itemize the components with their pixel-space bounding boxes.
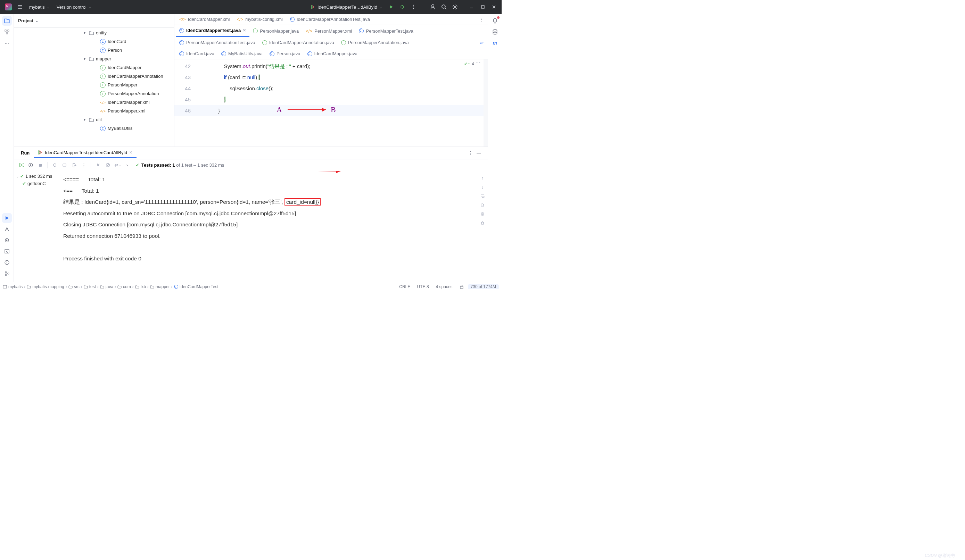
main-area: ⋯ Project⌄ ▾entity CIdenCard CPerson ▾ma…: [0, 14, 502, 282]
rerun-failed-icon[interactable]: [26, 161, 35, 170]
status-memory[interactable]: 730 of 1774M: [468, 284, 499, 289]
scroll-end-icon[interactable]: [479, 201, 486, 209]
tree-item[interactable]: CMyBatisUtils: [14, 124, 174, 132]
editor-tab[interactable]: CIdenCardMapperAnnotationTest.java: [286, 14, 373, 24]
code-editor[interactable]: 4243444546 System.out.println("结果是 : " +…: [174, 59, 488, 147]
maven-tool-icon[interactable]: m: [490, 38, 500, 48]
tree-item[interactable]: IIdenCardMapperAnnotation: [14, 72, 174, 80]
minimize-icon[interactable]: [467, 2, 477, 12]
vcs-dropdown[interactable]: Version control⌄: [54, 3, 94, 11]
tree-item[interactable]: CIdenCard: [14, 37, 174, 46]
scroll-up-icon[interactable]: ↑: [479, 174, 486, 181]
search-icon[interactable]: [439, 2, 449, 12]
rerun-icon[interactable]: [17, 161, 25, 170]
tree-item[interactable]: IIdenCardMapper: [14, 63, 174, 72]
filter-icon[interactable]: [103, 161, 112, 170]
close-tab-icon[interactable]: ✕: [243, 28, 246, 33]
tree-item[interactable]: ▾util: [14, 115, 174, 124]
test-root[interactable]: ⌄✔1 sec 332 ms: [14, 173, 59, 180]
exit-icon[interactable]: [70, 161, 78, 170]
run-more-actions-icon[interactable]: ⋮: [80, 161, 88, 170]
run-more-icon[interactable]: ⋮: [468, 150, 477, 155]
close-tab-icon[interactable]: ✕: [129, 150, 132, 155]
inspection-widget[interactable]: ✔⁼4 ˆ ˅: [464, 62, 481, 66]
hamburger-icon[interactable]: [15, 2, 25, 12]
svg-rect-12: [5, 250, 9, 253]
tabs-more-icon[interactable]: ⋮: [476, 17, 486, 22]
project-dropdown[interactable]: mybatis⌄: [26, 3, 52, 11]
git-tool-icon[interactable]: [2, 269, 12, 278]
status-encoding[interactable]: UTF-8: [414, 284, 432, 289]
run-tab[interactable]: Run: [17, 148, 34, 158]
editor-tab[interactable]: CPerson.java: [266, 48, 304, 59]
tree-item[interactable]: </>IdenCardMapper.xml: [14, 98, 174, 106]
tree-item[interactable]: ▾entity: [14, 28, 174, 37]
editor-tab[interactable]: IPersonMapper.java: [249, 26, 302, 36]
tree-item[interactable]: IPersonMapper: [14, 80, 174, 89]
sort-icon[interactable]: ⌄: [113, 161, 121, 170]
tree-item[interactable]: CPerson: [14, 46, 174, 54]
scroll-down-icon[interactable]: ↓: [479, 183, 486, 191]
debug-attach-icon[interactable]: [51, 161, 59, 170]
project-tree[interactable]: ▾entity CIdenCard CPerson ▾mapper IIdenC…: [14, 28, 174, 147]
run-icon[interactable]: [386, 2, 396, 12]
svg-point-6: [455, 6, 456, 8]
status-readonly-icon[interactable]: [457, 285, 466, 289]
more-icon[interactable]: [409, 2, 418, 12]
soft-wrap-icon[interactable]: [479, 192, 486, 200]
tree-item[interactable]: IPersonMapperAnnotation: [14, 89, 174, 98]
tree-item[interactable]: ▾mapper: [14, 54, 174, 63]
run-config-dropdown[interactable]: IdenCardMapperTe…dAllById⌄: [308, 3, 385, 11]
project-panel-header[interactable]: Project⌄: [14, 14, 174, 28]
maximize-icon[interactable]: [478, 2, 488, 12]
database-tool-icon[interactable]: [490, 27, 500, 37]
trash-icon[interactable]: [479, 219, 486, 227]
editor-tab[interactable]: </>PersonMapper.xml: [302, 26, 355, 36]
problems-tool-icon[interactable]: [2, 258, 12, 267]
editor-tab[interactable]: CIdenCardMapperTest.java✕: [176, 25, 249, 37]
maven-tab-icon[interactable]: m: [478, 40, 486, 46]
svg-point-15: [5, 274, 7, 276]
minimap[interactable]: [484, 59, 488, 147]
editor-tab[interactable]: IPersonMapperAnnotation.java: [338, 37, 412, 48]
services-tool-icon[interactable]: [2, 235, 12, 245]
run-config-tab[interactable]: IdenCardMapperTest.getIdenCardAllById✕: [34, 148, 137, 158]
editor-tab[interactable]: CIdenCard.java: [176, 48, 218, 59]
terminal-tool-icon[interactable]: [2, 247, 12, 256]
tree-item[interactable]: </>PersonMapper.xml: [14, 106, 174, 115]
breadcrumbs[interactable]: mybatis ›mybatis-mapping ›src ›test ›jav…: [3, 284, 219, 289]
editor-tab[interactable]: IIdenCardMapperAnnotation.java: [259, 37, 338, 48]
project-tool-icon[interactable]: [2, 16, 12, 26]
more-tools-icon[interactable]: ⋯: [2, 38, 12, 48]
print-icon[interactable]: [479, 210, 486, 218]
titlebar: mybatis⌄ Version control⌄ IdenCardMapper…: [0, 0, 502, 14]
expand-icon[interactable]: ›: [123, 161, 131, 170]
notifications-icon[interactable]: [490, 16, 500, 26]
test-tree[interactable]: ⌄✔1 sec 332 ms ✔getIdenC: [14, 171, 59, 282]
settings-icon[interactable]: [450, 2, 460, 12]
editor-tab[interactable]: CMyBatisUtils.java: [218, 48, 266, 59]
structure-tool-icon[interactable]: [2, 27, 12, 37]
run-tool-icon[interactable]: [2, 213, 12, 223]
editor-area: </>IdenCardMapper.xml</>mybatis-config.x…: [174, 14, 488, 147]
test-item[interactable]: ✔getIdenC: [14, 180, 59, 187]
run-minimize-icon[interactable]: —: [477, 150, 485, 155]
status-indent[interactable]: 4 spaces: [433, 284, 455, 289]
test-icon: [38, 150, 43, 155]
build-tool-icon[interactable]: [2, 224, 12, 234]
editor-tab[interactable]: CPersonMapperTest.java: [355, 26, 417, 36]
user-icon[interactable]: [428, 2, 438, 12]
status-lf[interactable]: CRLF: [396, 284, 413, 289]
debug-icon[interactable]: [397, 2, 407, 12]
close-icon[interactable]: [489, 2, 499, 12]
svg-point-20: [53, 164, 56, 167]
test-mode-icon[interactable]: [94, 161, 102, 170]
code-content[interactable]: System.out.println("结果是 : " + card); if …: [195, 59, 488, 147]
editor-tab[interactable]: CIdenCardMapper.java: [304, 48, 361, 59]
editor-tab[interactable]: </>IdenCardMapper.xml: [176, 14, 233, 24]
editor-tab[interactable]: CPersonMapperAnnotationTest.java: [176, 37, 259, 48]
stop-icon[interactable]: [36, 161, 44, 170]
console-output[interactable]: <==== Total: 1 <== Total: 1 结果是 : IdenCa…: [59, 171, 477, 282]
editor-tab[interactable]: </>mybatis-config.xml: [233, 14, 286, 24]
dump-icon[interactable]: [60, 161, 69, 170]
